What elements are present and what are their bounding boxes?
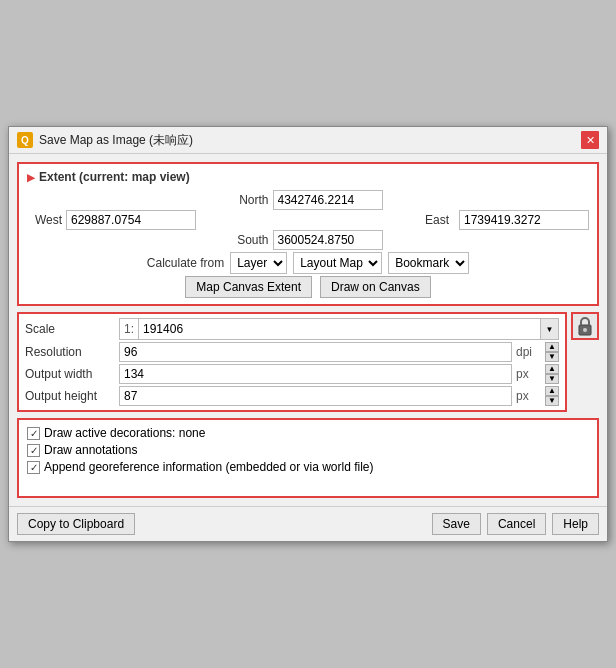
output-width-unit: px (516, 367, 541, 381)
option1-checkbox[interactable]: ✓ (27, 427, 40, 440)
east-input[interactable] (459, 210, 589, 230)
resolution-row: Resolution dpi ▲ ▼ (25, 342, 559, 362)
output-height-input[interactable] (119, 386, 512, 406)
output-height-unit: px (516, 389, 541, 403)
south-row: South (27, 230, 589, 250)
svg-point-1 (583, 328, 587, 332)
calc-row: Calculate from Layer Layout Map Bookmark (27, 252, 589, 274)
output-width-up-btn[interactable]: ▲ (545, 364, 559, 374)
layer-select[interactable]: Layer (230, 252, 287, 274)
option3-label: Append georeference information (embedde… (44, 460, 374, 474)
scale-prefix: 1: (120, 319, 139, 339)
output-height-label: Output height (25, 389, 115, 403)
copy-clipboard-button[interactable]: Copy to Clipboard (17, 513, 135, 535)
scale-dropdown-btn[interactable]: ▼ (540, 319, 558, 339)
save-button[interactable]: Save (432, 513, 481, 535)
lock-icon (577, 316, 593, 336)
footer-left: Copy to Clipboard (17, 513, 135, 535)
resolution-spinner: ▲ ▼ (545, 342, 559, 362)
resolution-input[interactable] (119, 342, 512, 362)
title-bar: Q Save Map as Image (未响应) ✕ (9, 127, 607, 154)
canvas-buttons-row: Map Canvas Extent Draw on Canvas (27, 276, 589, 298)
output-width-down-btn[interactable]: ▼ (545, 374, 559, 384)
south-label: South (234, 233, 269, 247)
output-height-up-btn[interactable]: ▲ (545, 386, 559, 396)
cancel-button[interactable]: Cancel (487, 513, 546, 535)
calc-label: Calculate from (147, 256, 224, 270)
resolution-down-btn[interactable]: ▼ (545, 352, 559, 362)
output-width-input[interactable] (119, 364, 512, 384)
option1-label: Draw active decorations: none (44, 426, 205, 440)
extent-header-label: Extent (current: map view) (39, 170, 190, 184)
west-input[interactable] (66, 210, 196, 230)
extent-section: ▶ Extent (current: map view) North West … (17, 162, 599, 306)
scale-input[interactable] (139, 319, 540, 339)
option2-row: ✓ Draw annotations (27, 443, 589, 457)
resolution-unit: dpi (516, 345, 541, 359)
option2-checkbox[interactable]: ✓ (27, 444, 40, 457)
scale-row: Scale 1: ▼ (25, 318, 559, 340)
lock-aspect-button[interactable] (571, 312, 599, 340)
option3-checkbox[interactable]: ✓ (27, 461, 40, 474)
layout-select[interactable]: Layout Map (293, 252, 382, 274)
output-width-label: Output width (25, 367, 115, 381)
app-icon: Q (17, 132, 33, 148)
north-label: North (234, 193, 269, 207)
west-east-row: West East (27, 210, 589, 230)
options-section: ✓ Draw active decorations: none ✓ Draw a… (17, 418, 599, 498)
option3-row: ✓ Append georeference information (embed… (27, 460, 589, 474)
content-area: ▶ Extent (current: map view) North West … (9, 154, 607, 506)
draw-on-canvas-button[interactable]: Draw on Canvas (320, 276, 431, 298)
help-button[interactable]: Help (552, 513, 599, 535)
option1-row: ✓ Draw active decorations: none (27, 426, 589, 440)
output-width-row: Output width px ▲ ▼ (25, 364, 559, 384)
output-height-row: Output height px ▲ ▼ (25, 386, 559, 406)
bookmark-select[interactable]: Bookmark (388, 252, 469, 274)
footer: Copy to Clipboard Save Cancel Help (9, 506, 607, 541)
main-window: Q Save Map as Image (未响应) ✕ ▶ Extent (cu… (8, 126, 608, 542)
params-section: Scale 1: ▼ Resolution dpi ▲ (17, 312, 567, 412)
west-label: West (27, 213, 62, 227)
north-input[interactable] (273, 190, 383, 210)
output-width-spinner: ▲ ▼ (545, 364, 559, 384)
footer-right: Save Cancel Help (432, 513, 599, 535)
extent-header: ▶ Extent (current: map view) (27, 170, 589, 184)
option2-label: Draw annotations (44, 443, 137, 457)
title-bar-left: Q Save Map as Image (未响应) (17, 132, 193, 149)
south-input[interactable] (273, 230, 383, 250)
params-and-lock-area: Scale 1: ▼ Resolution dpi ▲ (17, 312, 599, 412)
scale-combo: 1: ▼ (119, 318, 559, 340)
west-side: West (27, 210, 196, 230)
window-title: Save Map as Image (未响应) (39, 132, 193, 149)
east-label: East (425, 213, 455, 227)
north-row: North (27, 190, 589, 210)
close-button[interactable]: ✕ (581, 131, 599, 149)
extent-arrow-icon: ▶ (27, 172, 35, 183)
map-canvas-extent-button[interactable]: Map Canvas Extent (185, 276, 312, 298)
output-height-spinner: ▲ ▼ (545, 386, 559, 406)
resolution-up-btn[interactable]: ▲ (545, 342, 559, 352)
resolution-label: Resolution (25, 345, 115, 359)
scale-label: Scale (25, 322, 115, 336)
params-wrapper: Scale 1: ▼ Resolution dpi ▲ (17, 312, 567, 412)
east-side: East (425, 210, 589, 230)
output-height-down-btn[interactable]: ▼ (545, 396, 559, 406)
